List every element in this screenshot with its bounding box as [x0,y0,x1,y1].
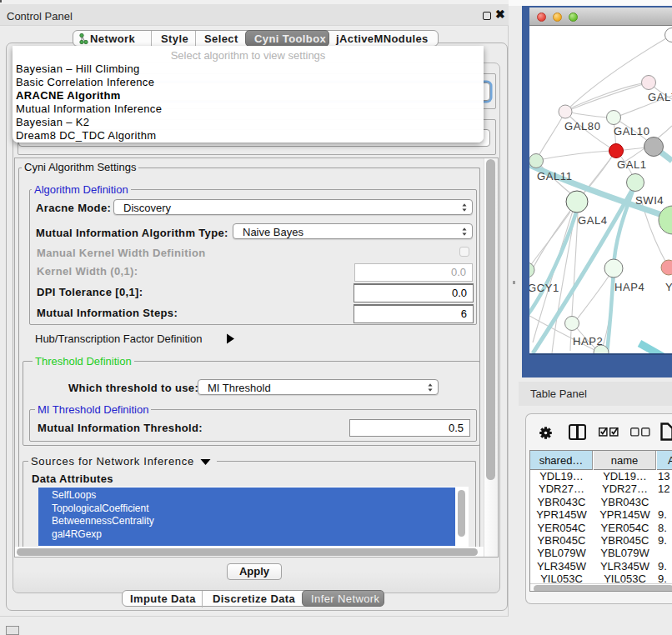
svg-text:GCY1: GCY1 [529,282,559,294]
svg-text:SWI4: SWI4 [635,194,664,207]
svg-text:GAL10: GAL10 [614,125,649,138]
svg-text:HAP2: HAP2 [573,335,603,348]
svg-text:HAP4: HAP4 [614,281,644,293]
svg-text:GAL11: GAL11 [537,170,573,182]
svg-text:YM: YM [665,281,672,293]
svg-text:GAL1: GAL1 [617,158,647,171]
svg-text:GAL4: GAL4 [578,214,608,227]
svg-text:GAL7: GAL7 [648,91,672,103]
svg-text:GAL80: GAL80 [564,120,600,132]
